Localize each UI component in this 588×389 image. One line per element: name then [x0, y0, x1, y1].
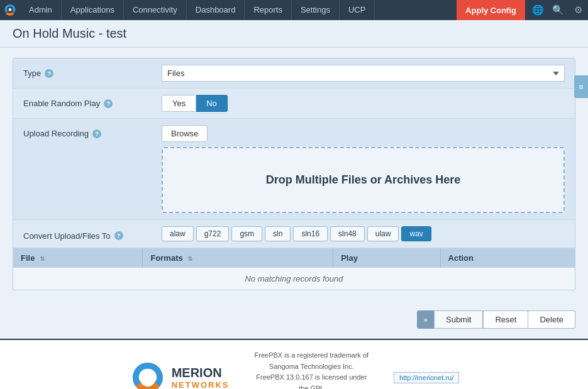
drop-zone[interactable]: Drop Multiple Files or Archives Here — [162, 147, 565, 213]
nav-settings[interactable]: Settings — [292, 0, 340, 20]
table-body: No matching records found — [13, 268, 575, 290]
networks-name: NETWORKS — [172, 380, 230, 389]
type-control: Files MusicOnHold Directory — [162, 65, 565, 82]
merion-name: MERION — [172, 366, 222, 380]
col-play: Play — [333, 248, 440, 268]
codec-g722[interactable]: g722 — [196, 226, 230, 241]
convert-label: Convert Upload/Files To ? — [23, 227, 162, 241]
table-empty-row: No matching records found — [13, 268, 575, 290]
type-help-icon[interactable]: ? — [45, 69, 53, 78]
footer: MERION NETWORKS FreePBX is a registered … — [0, 339, 588, 389]
codec-sln[interactable]: sln — [265, 226, 291, 241]
sort-formats-icon[interactable]: ⇅ — [187, 255, 192, 262]
svg-point-0 — [9, 8, 12, 11]
main-content: Type ? Files MusicOnHold Directory Enabl… — [0, 48, 588, 300]
nav-applications[interactable]: Applications — [62, 0, 124, 20]
page-title-bar: On Hold Music - test — [0, 20, 588, 48]
upload-label: Upload Recording ? — [23, 125, 162, 138]
codec-ulaw[interactable]: ulaw — [367, 226, 399, 241]
footer-info: FreePBX is a registered trademark of San… — [255, 350, 369, 389]
codec-sln48[interactable]: sln48 — [330, 226, 365, 241]
random-play-help-icon[interactable]: ? — [104, 99, 113, 108]
nav-reports[interactable]: Reports — [245, 0, 292, 20]
codec-alaw[interactable]: alaw — [162, 226, 194, 241]
reset-button[interactable]: Reset — [483, 310, 528, 329]
nav-ucp[interactable]: UCP — [340, 0, 375, 20]
sort-file-icon[interactable]: ⇅ — [40, 255, 45, 262]
no-button[interactable]: No — [196, 95, 228, 112]
search-icon[interactable]: 🔍 — [548, 0, 568, 20]
codec-wav[interactable]: wav — [401, 226, 431, 241]
nav-connectivity[interactable]: Connectivity — [124, 0, 187, 20]
codec-buttons: alaw g722 gsm sln sln16 sln48 ulaw wav — [162, 226, 565, 241]
collapse-button[interactable]: » — [417, 310, 434, 329]
yes-no-group: Yes No — [162, 95, 565, 112]
table-header: File ⇅ Formats ⇅ Play Action — [13, 248, 575, 268]
empty-message: No matching records found — [13, 268, 575, 290]
random-play-label: Enable Random Play ? — [23, 95, 162, 108]
codec-sln16[interactable]: sln16 — [293, 226, 328, 241]
footer-brand-text: MERION NETWORKS — [172, 366, 230, 389]
type-select[interactable]: Files MusicOnHold Directory — [162, 65, 565, 82]
logo — [0, 0, 20, 20]
random-play-control: Yes No — [162, 95, 565, 112]
page-title: On Hold Music - test — [13, 26, 575, 41]
footer-logo: MERION NETWORKS — [129, 359, 230, 389]
nav-admin[interactable]: Admin — [20, 0, 62, 20]
convert-row: Convert Upload/Files To ? alaw g722 gsm … — [13, 220, 575, 248]
yes-button[interactable]: Yes — [162, 95, 196, 112]
svg-point-1 — [143, 373, 152, 382]
type-label: Type ? — [23, 65, 162, 78]
codec-gsm[interactable]: gsm — [231, 226, 262, 241]
nav-dashboard[interactable]: Dashboard — [187, 0, 245, 20]
form-panel: Type ? Files MusicOnHold Directory Enabl… — [13, 58, 575, 290]
col-action: Action — [440, 248, 575, 268]
upload-area: Browse Drop Multiple Files or Archives H… — [162, 125, 565, 213]
upload-row: Upload Recording ? Browse Drop Multiple … — [13, 119, 575, 220]
random-play-row: Enable Random Play ? Yes No — [13, 89, 575, 119]
apply-config-button[interactable]: Apply Config — [457, 0, 525, 20]
language-icon[interactable]: 🌐 — [528, 0, 548, 20]
type-row: Type ? Files MusicOnHold Directory — [13, 58, 575, 89]
footer-url-link[interactable]: http://merionet.ru/ — [394, 372, 459, 383]
upload-help-icon[interactable]: ? — [92, 129, 101, 138]
col-file: File ⇅ — [13, 248, 143, 268]
sidebar-toggle-button[interactable]: ≡ — [574, 75, 588, 98]
delete-button[interactable]: Delete — [528, 310, 575, 329]
top-nav: Admin Applications Connectivity Dashboar… — [0, 0, 588, 20]
action-bar: » Submit Reset Delete — [0, 300, 588, 339]
settings-icon[interactable]: ⚙ — [568, 0, 588, 20]
file-table: File ⇅ Formats ⇅ Play Action — [13, 248, 575, 290]
col-formats: Formats ⇅ — [143, 248, 333, 268]
convert-help-icon[interactable]: ? — [114, 231, 123, 240]
submit-button[interactable]: Submit — [434, 310, 483, 329]
browse-button[interactable]: Browse — [162, 125, 208, 142]
merion-logo-icon — [129, 359, 167, 389]
